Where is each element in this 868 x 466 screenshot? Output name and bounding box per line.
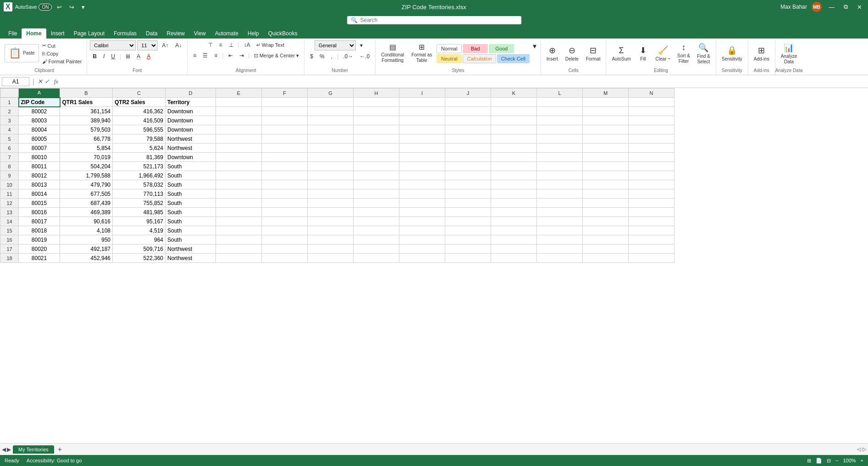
sort-filter-button[interactable]: ↕ Sort &Filter: [674, 41, 693, 66]
sheet-tab-my-territories[interactable]: My Territories: [13, 445, 54, 454]
grid-container[interactable]: A B C D E F G H I J K L M N: [0, 88, 868, 453]
cell-a5[interactable]: 80005: [19, 134, 60, 144]
style-normal[interactable]: Normal: [437, 44, 462, 53]
cell-empty[interactable]: [216, 226, 262, 235]
tab-quickbooks[interactable]: QuickBooks: [264, 28, 302, 39]
cell-empty[interactable]: [308, 107, 354, 116]
addins-button[interactable]: ⊞ Add-ins: [751, 44, 772, 63]
col-header-d[interactable]: D: [166, 89, 216, 98]
cell-b9[interactable]: 1,799,588: [60, 171, 113, 180]
cell-empty[interactable]: [354, 189, 399, 199]
row-num-6[interactable]: 6: [0, 144, 19, 153]
cell-empty[interactable]: [216, 217, 262, 226]
fill-button[interactable]: ⬇ Fill: [635, 44, 652, 63]
cell-empty[interactable]: [354, 134, 399, 144]
cell-empty[interactable]: [537, 162, 583, 171]
align-middle-button[interactable]: ≡: [216, 40, 225, 50]
style-good[interactable]: Good: [489, 44, 514, 53]
cell-d17[interactable]: Northwest: [166, 244, 216, 254]
col-header-k[interactable]: K: [491, 89, 537, 98]
cell-empty[interactable]: [491, 162, 537, 171]
cell-c3[interactable]: 416,509: [113, 116, 166, 125]
cell-empty[interactable]: [399, 235, 445, 244]
cell-empty[interactable]: [491, 171, 537, 180]
user-avatar[interactable]: MB: [812, 2, 822, 12]
cell-empty[interactable]: [491, 244, 537, 254]
tab-help[interactable]: Help: [243, 28, 264, 39]
cell-d16[interactable]: South: [166, 235, 216, 244]
cell-empty[interactable]: [216, 134, 262, 144]
styles-expand-button[interactable]: ▾: [531, 40, 538, 52]
cell-empty[interactable]: [629, 107, 674, 116]
cell-empty[interactable]: [399, 144, 445, 153]
cell-empty[interactable]: [354, 144, 399, 153]
cell-empty[interactable]: [216, 153, 262, 162]
row-num-3[interactable]: 3: [0, 116, 19, 125]
cell-empty[interactable]: [583, 208, 629, 217]
cell-empty[interactable]: [308, 226, 354, 235]
cell-empty[interactable]: [537, 180, 583, 189]
increase-decimal-button[interactable]: ←.0: [357, 52, 372, 61]
font-name-select[interactable]: Calibri: [90, 40, 136, 50]
cell-c5[interactable]: 79,588: [113, 134, 166, 144]
cell-d13[interactable]: South: [166, 208, 216, 217]
cell-n1[interactable]: [629, 98, 674, 107]
quick-access-button[interactable]: ▾: [79, 3, 87, 11]
analyze-data-button[interactable]: 📊 AnalyzeData: [778, 41, 800, 66]
cell-empty[interactable]: [399, 180, 445, 189]
row-num-9[interactable]: 9: [0, 171, 19, 180]
cell-empty[interactable]: [537, 226, 583, 235]
currency-button[interactable]: $: [307, 52, 316, 61]
cell-a7[interactable]: 80010: [19, 153, 60, 162]
tab-data[interactable]: Data: [141, 28, 162, 39]
cell-empty[interactable]: [445, 244, 491, 254]
cut-button[interactable]: ✂ Cut: [40, 42, 84, 50]
bold-button[interactable]: B: [90, 52, 100, 61]
cell-c7[interactable]: 81,369: [113, 153, 166, 162]
cell-empty[interactable]: [537, 125, 583, 134]
cell-empty[interactable]: [399, 208, 445, 217]
cell-empty[interactable]: [491, 107, 537, 116]
tab-automate[interactable]: Automate: [210, 28, 243, 39]
row-num-8[interactable]: 8: [0, 162, 19, 171]
cell-b6[interactable]: 5,854: [60, 144, 113, 153]
cell-empty[interactable]: [216, 208, 262, 217]
cell-b10[interactable]: 479,790: [60, 180, 113, 189]
tab-home[interactable]: Home: [22, 28, 46, 39]
cell-empty[interactable]: [445, 144, 491, 153]
cell-empty[interactable]: [491, 180, 537, 189]
cell-empty[interactable]: [399, 162, 445, 171]
cell-empty[interactable]: [629, 153, 674, 162]
cell-empty[interactable]: [262, 254, 308, 263]
increase-indent-button[interactable]: ⇥: [237, 51, 247, 60]
cell-b13[interactable]: 469,389: [60, 208, 113, 217]
tab-page-layout[interactable]: Page Layout: [69, 28, 109, 39]
cell-d10[interactable]: South: [166, 180, 216, 189]
cell-empty[interactable]: [629, 199, 674, 208]
cell-empty[interactable]: [262, 244, 308, 254]
cell-empty[interactable]: [583, 244, 629, 254]
cell-a9[interactable]: 80012: [19, 171, 60, 180]
row-num-2[interactable]: 2: [0, 107, 19, 116]
tab-insert[interactable]: Insert: [46, 28, 69, 39]
cell-b15[interactable]: 4,108: [60, 226, 113, 235]
cell-empty[interactable]: [308, 217, 354, 226]
cell-b12[interactable]: 687,439: [60, 199, 113, 208]
cell-empty[interactable]: [354, 116, 399, 125]
cell-d2[interactable]: Downtown: [166, 107, 216, 116]
comma-button[interactable]: ,: [328, 52, 335, 61]
row-num-10[interactable]: 10: [0, 180, 19, 189]
cell-b4[interactable]: 579,503: [60, 125, 113, 134]
cell-empty[interactable]: [629, 116, 674, 125]
style-bad[interactable]: Bad: [463, 44, 488, 53]
cell-empty[interactable]: [583, 153, 629, 162]
cell-a2[interactable]: 80002: [19, 107, 60, 116]
cell-b17[interactable]: 492,187: [60, 244, 113, 254]
cell-empty[interactable]: [491, 144, 537, 153]
cell-empty[interactable]: [537, 171, 583, 180]
row-num-16[interactable]: 16: [0, 235, 19, 244]
increase-font-size-button[interactable]: A↑: [159, 41, 171, 50]
cell-empty[interactable]: [262, 144, 308, 153]
cell-c14[interactable]: 95,167: [113, 217, 166, 226]
cell-d14[interactable]: South: [166, 217, 216, 226]
